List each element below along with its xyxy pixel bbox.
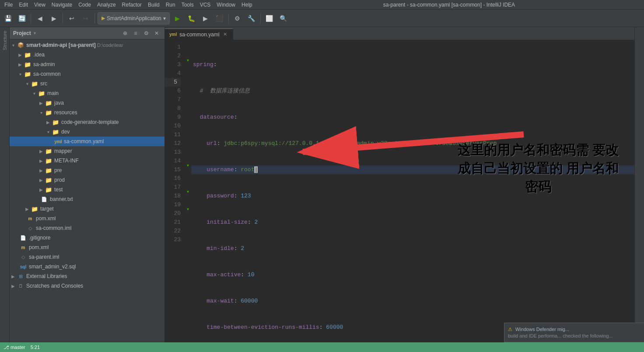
line-num-13: 13: [165, 148, 181, 157]
tree-java-label: java: [54, 100, 64, 106]
editor-tab-yaml[interactable]: yml sa-common.yaml ✕: [165, 28, 233, 40]
menu-help[interactable]: Help: [239, 0, 255, 10]
saparentiml-file-icon: ◇: [19, 254, 27, 260]
menu-build[interactable]: Build: [145, 0, 162, 10]
tree-java-arrow: ▶: [38, 101, 45, 106]
panel-action-settings[interactable]: ⚙: [142, 29, 150, 38]
tree-item-pre[interactable]: ▶ 📁 pre: [10, 165, 164, 175]
tree-item-banner[interactable]: 📄 banner.txt: [10, 194, 164, 204]
panel-action-collapse[interactable]: ≡: [131, 29, 140, 38]
save-button[interactable]: 💾: [2, 12, 14, 25]
tree-main-arrow: ▾: [31, 91, 38, 96]
toolbar-separator-3: [94, 13, 95, 24]
panel-action-locate[interactable]: ⊕: [121, 29, 130, 38]
debug-button[interactable]: 🐛: [186, 12, 198, 25]
run-with-coverage-button[interactable]: ▶: [200, 12, 212, 25]
code-content[interactable]: spring: # 数据库连接信息 datasource: url: jdbc:…: [191, 40, 634, 342]
tree-pomcommon-label: pom.xml: [36, 215, 56, 222]
tree-item-sa-common-iml[interactable]: ◇ sa-common.iml: [10, 223, 164, 233]
run-config-selector[interactable]: ▶ SmartAdminApplication ▾: [98, 12, 170, 25]
line-num-2: 2: [165, 52, 181, 60]
menu-window[interactable]: Window: [214, 0, 238, 10]
structure-tab[interactable]: Structure: [1, 29, 8, 52]
tree-item-external-libraries[interactable]: ▶ ⊞ External Libraries: [10, 271, 164, 281]
menu-tools[interactable]: Tools: [179, 0, 196, 10]
tree-item-test[interactable]: ▶ 📁 test: [10, 185, 164, 194]
tree-item-prod[interactable]: ▶ 📁 prod: [10, 175, 164, 185]
panel-dropdown-icon[interactable]: ▾: [34, 31, 36, 35]
main-folder-icon: 📁: [38, 90, 46, 97]
tab-close-button[interactable]: ✕: [222, 32, 228, 38]
java-folder-icon: 📁: [45, 100, 52, 106]
tree-item-target[interactable]: ▶ 📁 target: [10, 204, 164, 214]
menu-view[interactable]: View: [32, 0, 48, 10]
tree-item-scratches[interactable]: ▶ 🗒 Scratches and Consoles: [10, 281, 164, 291]
layout-button[interactable]: ⬜: [263, 12, 276, 25]
notification-panel[interactable]: ⚠ Windows Defender mig... build and IDE …: [504, 323, 644, 342]
run-button[interactable]: ▶: [172, 12, 184, 25]
tree-scratches-arrow: ▶: [10, 284, 17, 289]
tree-item-pom-root[interactable]: m pom.xml: [10, 243, 164, 252]
stop-button[interactable]: ⬛: [214, 12, 226, 25]
tree-root-arrow: ▾: [10, 43, 17, 48]
tree-main-label: main: [47, 90, 59, 96]
line-num-22: 22: [165, 227, 181, 236]
search-everywhere-button[interactable]: 🔍: [277, 12, 290, 25]
tree-item-gitignore[interactable]: 📄 .gitignore: [10, 233, 164, 243]
tree-item-idea[interactable]: ▶ 📁 .idea: [10, 50, 164, 60]
tree-item-yaml[interactable]: yml sa-common.yaml: [10, 137, 164, 146]
test-folder-icon: 📁: [45, 187, 52, 193]
menu-navigate[interactable]: Navigate: [49, 0, 75, 10]
tree-resources-arrow: ▾: [38, 110, 45, 115]
tree-prod-label: prod: [54, 177, 65, 183]
code-line-3: datasource:: [191, 113, 634, 122]
run-config-dropdown-icon: ▾: [163, 15, 166, 21]
tree-item-dev[interactable]: ▾ 📁 dev: [10, 127, 164, 137]
sacommoniml-file-icon: ◇: [26, 225, 34, 231]
tree-item-java[interactable]: ▶ 📁 java: [10, 98, 164, 108]
menu-run[interactable]: Run: [163, 0, 178, 10]
tree-item-main[interactable]: ▾ 📁 main: [10, 88, 164, 98]
tree-dev-arrow: ▾: [45, 130, 52, 134]
menu-file[interactable]: File: [2, 0, 15, 10]
module-icon: 📦: [17, 42, 24, 48]
tree-item-sql[interactable]: sql smart_admin_v2.sql: [10, 262, 164, 271]
sync-button[interactable]: 🔄: [16, 12, 28, 25]
line-num-16: 16: [165, 174, 181, 183]
menu-refactor[interactable]: Refactor: [119, 0, 144, 10]
metainf-folder-icon: 📁: [45, 158, 52, 164]
tree-item-code-gen[interactable]: ▶ 📁 code-generator-template: [10, 117, 164, 127]
menu-code[interactable]: Code: [76, 0, 94, 10]
menu-vcs[interactable]: VCS: [197, 0, 214, 10]
tree-saparentiml-label: sa-parent.iml: [29, 254, 59, 260]
forward-button[interactable]: ▶: [48, 12, 60, 25]
tab-yaml-icon: yml: [169, 32, 177, 37]
line-num-21: 21: [165, 218, 181, 227]
tree-mapper-label: mapper: [54, 148, 72, 154]
panel-action-close[interactable]: ✕: [152, 29, 161, 38]
tree-item-sa-admin[interactable]: ▶ 📁 sa-admin: [10, 60, 164, 69]
tree-item-sa-parent-iml[interactable]: ◇ sa-parent.iml: [10, 252, 164, 262]
code-line-9: max-active: 10: [191, 271, 634, 279]
tree-item-meta-inf[interactable]: ▶ 📁 META-INF: [10, 156, 164, 165]
tree-codegen-arrow: ▶: [45, 120, 52, 125]
code-line-7: initial-size: 2: [191, 218, 634, 227]
tree-sql-label: smart_admin_v2.sql: [29, 264, 76, 270]
tree-root[interactable]: ▾ 📦 smart-admin-api [sa-parent] D:\code\…: [10, 40, 164, 50]
line-num-9: 9: [165, 113, 181, 122]
tree-item-mapper[interactable]: ▶ 📁 mapper: [10, 146, 164, 156]
undo-button[interactable]: ↩: [66, 12, 78, 25]
back-button[interactable]: ◀: [34, 12, 46, 25]
tree-item-src[interactable]: ▾ 📁 src: [10, 79, 164, 88]
tree-item-resources[interactable]: ▾ 📁 resources: [10, 108, 164, 117]
git-button[interactable]: 🔧: [245, 12, 258, 25]
tree-item-sa-common[interactable]: ▾ 📁 sa-common: [10, 69, 164, 79]
yaml-file-icon: yml: [54, 139, 62, 144]
tree-item-pom-common[interactable]: m pom.xml: [10, 214, 164, 223]
menu-analyze[interactable]: Analyze: [94, 0, 119, 10]
redo-button[interactable]: ↪: [80, 12, 92, 25]
tree-gitignore-label: .gitignore: [29, 235, 50, 241]
more-run-button[interactable]: ⚙: [231, 12, 244, 25]
tree-sa-admin-label: sa-admin: [33, 61, 55, 67]
menu-edit[interactable]: Edit: [16, 0, 31, 10]
